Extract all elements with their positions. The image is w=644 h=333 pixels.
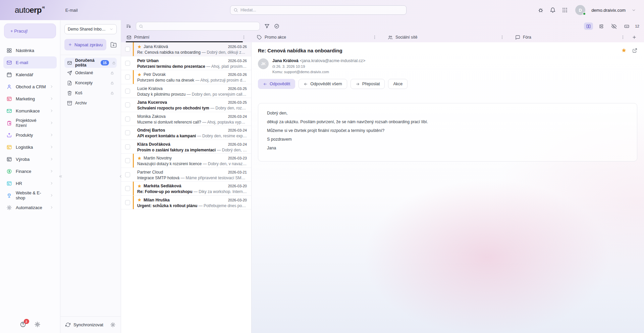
email-checkbox[interactable]: [125, 75, 130, 80]
sidebar-item[interactable]: HR: [3, 177, 57, 189]
user-avatar[interactable]: D: [575, 5, 585, 15]
email-checkbox[interactable]: [125, 144, 130, 149]
app-logo[interactable]: autoerpAI: [15, 5, 45, 15]
folder-item[interactable]: Odeslané: [64, 68, 117, 78]
settings-gear-icon[interactable]: [34, 321, 41, 328]
collapse-mailbox-handle[interactable]: [118, 173, 123, 180]
category-tab[interactable]: Primární: [121, 32, 252, 42]
sidebar-item[interactable]: Produkty: [3, 129, 57, 141]
chevron-right-icon: [50, 157, 54, 161]
folder-item[interactable]: Koncepty: [64, 78, 117, 88]
actions-menu-button[interactable]: Akce: [388, 79, 408, 89]
sidebar-item[interactable]: Výroba: [3, 153, 57, 165]
sync-icon[interactable]: [65, 322, 70, 327]
folder-item[interactable]: Archiv: [64, 98, 117, 108]
email-checkbox[interactable]: [125, 172, 130, 177]
sync-label[interactable]: Synchronizovat: [73, 322, 103, 327]
inbox-selector[interactable]: Demo Shared Inbox (sup...: [64, 24, 117, 34]
email-checkbox[interactable]: [125, 89, 130, 94]
sidebar-item[interactable]: Finance: [3, 165, 57, 177]
sidebar-item[interactable]: Komunikace: [3, 105, 57, 117]
sidebar-item[interactable]: Obchod a CRM: [3, 81, 57, 93]
kebab-menu-icon[interactable]: [500, 35, 504, 40]
list-search-input[interactable]: [145, 24, 257, 29]
apps-grid-icon[interactable]: [562, 7, 568, 13]
folder-item[interactable]: Doručená pošta 15: [64, 58, 117, 68]
sidebar-item[interactable]: Website & E-shop: [3, 189, 57, 201]
sidebar-item[interactable]: Logistika: [3, 141, 57, 153]
user-name[interactable]: demo.draivix.com: [591, 8, 626, 13]
star-icon[interactable]: [137, 156, 142, 160]
sidebar-item[interactable]: E-mail: [3, 56, 57, 68]
keyboard-shortcuts-button[interactable]: [622, 22, 631, 30]
work-button[interactable]: + Pracuj!: [4, 23, 56, 38]
global-search-input[interactable]: [240, 8, 403, 12]
star-icon[interactable]: [137, 73, 142, 77]
email-checkbox[interactable]: [125, 158, 130, 163]
email-checkbox[interactable]: [125, 61, 130, 66]
kebab-menu-icon[interactable]: [241, 35, 246, 40]
email-list-item[interactable]: Klára Dvořáková 2026-03-24 Prosím o zasl…: [121, 140, 251, 154]
reply-all-button[interactable]: Odpovědět všem: [299, 79, 347, 89]
star-icon[interactable]: [137, 184, 142, 188]
folder-item[interactable]: Koš: [64, 88, 117, 98]
divider: [60, 55, 121, 55]
email-checkbox[interactable]: [125, 47, 130, 52]
email-date: 2026-03-24: [228, 128, 247, 132]
category-tab[interactable]: Sociální sítě: [382, 32, 510, 42]
star-icon[interactable]: [137, 45, 142, 49]
help-button[interactable]: 2: [20, 321, 26, 328]
bug-icon[interactable]: [538, 7, 544, 13]
folder-plus-icon[interactable]: [110, 42, 117, 48]
global-search[interactable]: [230, 5, 407, 15]
star-icon[interactable]: [621, 48, 627, 53]
collapse-sidebar-handle[interactable]: [58, 173, 63, 180]
email-list-item[interactable]: Jana Kucerova 2026-03-25 Schvaleni rozpo…: [121, 98, 251, 112]
email-checkbox[interactable]: [125, 116, 130, 122]
email-checkbox[interactable]: [125, 130, 130, 135]
sidebar-item[interactable]: Automatizace: [3, 201, 57, 213]
sidebar-item[interactable]: Projektové řízení: [3, 117, 57, 129]
bell-icon[interactable]: [550, 7, 556, 13]
subject-snippet-separator: —: [209, 106, 216, 110]
email-checkbox[interactable]: [125, 102, 130, 107]
email-list-item[interactable]: Lucie Kralova 2026-03-25 Dotazy k pilotn…: [121, 84, 251, 98]
star-icon[interactable]: [137, 198, 142, 202]
folder-item-icon: [67, 70, 72, 76]
email-list-item[interactable]: Petr Urban 2026-03-26 Potvrzení termínu …: [121, 56, 251, 70]
email-checkbox[interactable]: [125, 186, 130, 191]
thread-view-button[interactable]: [597, 22, 606, 30]
email-list-item[interactable]: Monika Zakova 2026-03-24 Muzeme si domlu…: [121, 112, 251, 126]
check-circle-icon[interactable]: [274, 23, 279, 29]
sidebar-item-label: Kalendář: [16, 72, 33, 77]
sidebar-item[interactable]: Marketing: [3, 93, 57, 105]
email-list-item[interactable]: Petr Dvorak 2026-03-26 Potvrzeni demo ca…: [121, 70, 251, 84]
email-checkbox[interactable]: [125, 200, 130, 205]
mailbox-settings-gear-icon[interactable]: [110, 322, 116, 328]
reply-button[interactable]: Odpovědět: [258, 79, 295, 89]
add-tab-icon[interactable]: [632, 35, 637, 40]
email-list-item[interactable]: Partner Cloud 2026-03-21 Integrace SMTP …: [121, 168, 251, 182]
hide-read-button[interactable]: [609, 22, 619, 30]
email-list-item[interactable]: Martin Novotny 2026-03-23 Navazujici dot…: [121, 154, 251, 168]
email-list-item[interactable]: Markéta Sedláková 2026-03-20 Re: Follow-…: [121, 182, 251, 196]
email-list-item[interactable]: Jana Králová 2026-03-26 Re: Cenová nabid…: [121, 42, 251, 56]
sort-icon[interactable]: [126, 23, 131, 29]
open-in-new-window-icon[interactable]: [632, 48, 637, 53]
forward-button[interactable]: Přeposlat: [351, 79, 385, 89]
category-tab[interactable]: Promo akce: [252, 32, 382, 42]
split-view-button[interactable]: [584, 22, 593, 30]
sidebar-item-label: Finance: [16, 169, 31, 174]
chevron-down-icon[interactable]: [632, 8, 636, 12]
email-date: 2026-03-26: [228, 45, 247, 49]
list-search[interactable]: [136, 22, 260, 31]
filter-funnel-icon[interactable]: [264, 23, 270, 29]
email-list-item[interactable]: Ondrej Bartos 2026-03-24 API export kont…: [121, 126, 251, 140]
sidebar-item[interactable]: Nástěnka: [3, 44, 57, 56]
kebab-menu-icon[interactable]: [372, 35, 377, 40]
compose-button[interactable]: Napsat zprávu: [64, 39, 106, 50]
email-list-item[interactable]: Milan Hruška 2026-03-20 Urgent: schůzka …: [121, 196, 251, 210]
kebab-menu-icon[interactable]: [621, 35, 625, 40]
category-tab[interactable]: Fóra: [510, 32, 644, 42]
sidebar-item[interactable]: Kalendář: [3, 68, 57, 81]
